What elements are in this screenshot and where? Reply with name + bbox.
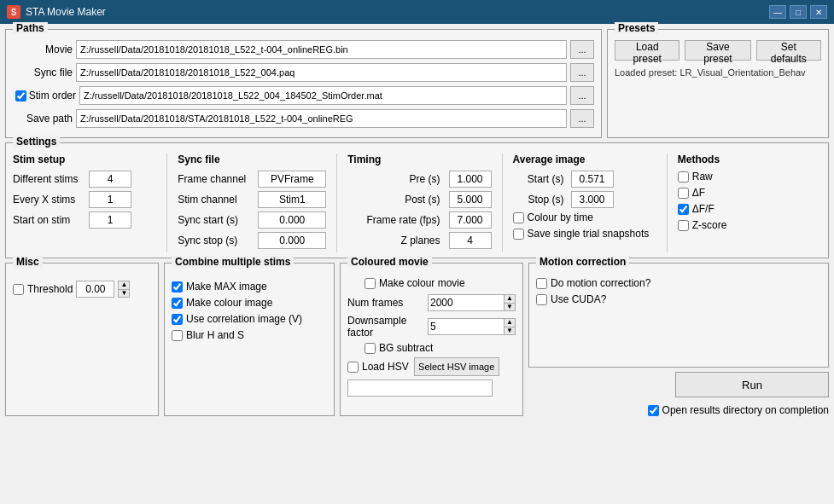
post-label: Post (s) — [364, 194, 440, 206]
raw-checkbox[interactable] — [678, 171, 689, 182]
avg-image-title: Average image — [513, 154, 656, 165]
stimorder-browse-button[interactable]: ... — [570, 86, 594, 105]
hsv-file-input[interactable]: ane4_dF_TimePeak.tif — [347, 379, 493, 397]
sync-start-label: Sync start (s) — [178, 214, 254, 226]
movie-row: Movie ... — [13, 40, 594, 59]
delta-f-over-f-label: ΔF/F — [692, 203, 714, 215]
savepath-input[interactable] — [76, 109, 567, 128]
bg-subtract-checkbox[interactable] — [365, 343, 376, 354]
z-score-checkbox[interactable] — [678, 220, 689, 231]
stim-channel-label: Stim channel — [178, 194, 254, 206]
blur-h-s-label: Blur H and S — [186, 329, 244, 341]
start-on-stim-input[interactable] — [89, 211, 131, 229]
load-preset-button[interactable]: Load preset — [615, 40, 679, 61]
every-x-stims-input[interactable] — [89, 191, 131, 208]
methods-title: Methods — [678, 154, 821, 165]
combine-title: Combine multiple stims — [172, 256, 294, 268]
close-button[interactable]: ✕ — [810, 5, 827, 19]
load-hsv-checkbox[interactable] — [347, 362, 359, 373]
stim-channel-input[interactable] — [258, 191, 326, 208]
frame-channel-input[interactable] — [258, 171, 326, 188]
savepath-browse-button[interactable]: ... — [570, 109, 594, 128]
avg-image-section: Average image Start (s) Stop (s) Colour … — [513, 154, 656, 252]
delta-f-label: ΔF — [692, 187, 705, 199]
stimorder-label: Stim order — [29, 90, 76, 101]
make-colour-image-checkbox[interactable] — [172, 298, 183, 309]
colour-by-time-checkbox[interactable] — [513, 212, 524, 223]
do-motion-correction-checkbox[interactable] — [536, 278, 547, 289]
num-frames-input[interactable] — [428, 294, 504, 311]
minimize-button[interactable]: — — [769, 5, 786, 19]
sync-start-input[interactable] — [258, 211, 326, 229]
coloured-title: Coloured movie — [347, 256, 432, 268]
methods-section: Methods Raw ΔF ΔF/F Z-score — [678, 154, 821, 252]
set-defaults-button[interactable]: Set defaults — [756, 40, 821, 61]
z-planes-input[interactable] — [449, 232, 492, 249]
motion-correction-panel: Motion correction Do motion correction? … — [528, 263, 829, 368]
app-title: STA Movie Maker — [26, 6, 106, 18]
syncfile-label: Sync file — [13, 67, 73, 78]
stim-setup-title: Stim setup — [13, 154, 156, 165]
stop-s-label: Stop (s) — [513, 194, 564, 206]
presets-panel: Presets Load preset Save preset Set defa… — [607, 29, 829, 138]
syncfile-input[interactable] — [76, 63, 567, 82]
use-cuda-checkbox[interactable] — [536, 294, 547, 305]
sync-stop-input[interactable] — [258, 232, 326, 249]
use-correlation-image-label: Use correlation image (V) — [186, 313, 302, 325]
diff-stims-label: Different stims — [13, 173, 85, 185]
colour-by-time-label: Colour by time — [528, 211, 593, 223]
stimorder-row: Stim order ... — [13, 86, 594, 105]
every-x-stims-label: Every X stims — [13, 194, 85, 206]
sync-file-title: Sync file — [178, 154, 326, 165]
settings-panel: Settings Stim setup Different stims Ever… — [5, 142, 829, 258]
num-frames-label: Num frames — [347, 297, 424, 309]
use-cuda-label: Use CUDA? — [551, 293, 606, 305]
open-results-checkbox[interactable] — [648, 405, 659, 416]
start-on-stim-label: Start on stim — [13, 214, 85, 226]
stim-setup-section: Stim setup Different stims Every X stims… — [13, 154, 156, 252]
misc-title: Misc — [13, 256, 43, 268]
downsample-input[interactable] — [428, 318, 504, 335]
blur-h-s-checkbox[interactable] — [172, 330, 183, 341]
save-single-trial-checkbox[interactable] — [513, 229, 524, 240]
settings-title: Settings — [13, 136, 60, 148]
run-section: Run Open results directory on completion — [528, 372, 829, 416]
sync-stop-label: Sync stop (s) — [178, 235, 254, 246]
diff-stims-input[interactable] — [89, 171, 131, 188]
use-correlation-image-checkbox[interactable] — [172, 314, 183, 325]
save-preset-button[interactable]: Save preset — [685, 40, 750, 61]
raw-label: Raw — [692, 171, 713, 182]
savepath-label: Save path — [13, 113, 73, 125]
stop-s-input[interactable] — [571, 191, 614, 208]
post-input[interactable] — [449, 191, 492, 208]
downsample-spinner-down[interactable]: ▼ — [504, 327, 515, 335]
stimorder-input[interactable] — [79, 86, 567, 105]
num-frames-spinner-down[interactable]: ▼ — [504, 304, 515, 311]
make-max-image-checkbox[interactable] — [172, 281, 183, 293]
delta-f-checkbox[interactable] — [678, 188, 689, 199]
movie-browse-button[interactable]: ... — [570, 40, 594, 59]
maximize-button[interactable]: □ — [790, 5, 807, 19]
paths-title: Paths — [13, 22, 48, 34]
stimorder-checkbox[interactable] — [15, 90, 26, 101]
threshold-checkbox[interactable] — [13, 284, 24, 295]
save-single-trial-label: Save single trial snapshots — [528, 228, 650, 240]
pre-input[interactable] — [449, 171, 492, 188]
frame-rate-input[interactable] — [449, 211, 492, 229]
timing-section: Timing Pre (s) Post (s) Frame rate (fps)… — [347, 154, 491, 252]
pre-label: Pre (s) — [364, 173, 440, 185]
z-score-label: Z-score — [692, 219, 727, 231]
app-icon: S — [7, 5, 20, 19]
movie-input[interactable] — [76, 40, 567, 59]
timing-title: Timing — [347, 154, 491, 165]
run-button[interactable]: Run — [675, 372, 829, 397]
select-hsv-button[interactable]: Select HSV image — [414, 357, 499, 376]
start-s-input[interactable] — [571, 171, 614, 188]
delta-f-over-f-checkbox[interactable] — [678, 204, 689, 215]
threshold-spinner-down[interactable]: ▼ — [119, 290, 129, 298]
threshold-input[interactable] — [76, 281, 114, 298]
downsample-label: Downsample factor — [347, 315, 424, 339]
make-colour-movie-checkbox[interactable] — [365, 278, 376, 289]
syncfile-browse-button[interactable]: ... — [570, 63, 594, 82]
load-hsv-label: Load HSV — [362, 361, 409, 373]
